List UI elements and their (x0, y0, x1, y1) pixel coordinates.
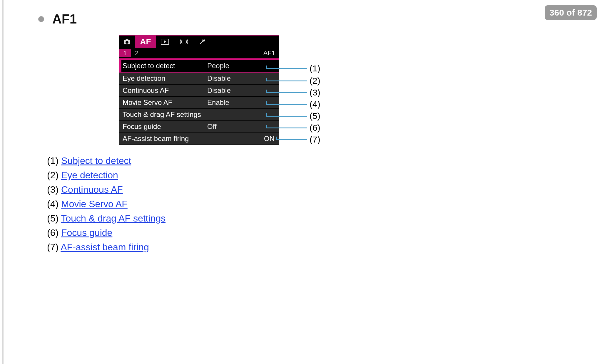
left-margin-rule (2, 0, 4, 364)
menu-label: Movie Servo AF (123, 98, 207, 107)
link-movie-servo-af[interactable]: Movie Servo AF (61, 199, 128, 209)
callout-5: (5) (310, 111, 320, 121)
playback-icon (156, 36, 174, 48)
list-num: (3) (47, 184, 58, 195)
list-item: (4) Movie Servo AF (47, 199, 602, 209)
link-subject-to-detect[interactable]: Subject to detect (61, 155, 131, 166)
document-page: 360 of 872 AF1 AF 1 (0, 0, 602, 364)
callout-7: (7) (310, 135, 320, 145)
menu-label: Continuous AF (123, 86, 207, 95)
menu-label: AF-assist beam firing (123, 135, 279, 143)
page-indicator-badge: 360 of 872 (545, 5, 597, 20)
list-num: (5) (47, 213, 58, 224)
menu-row-touch-drag-af: Touch & drag AF settings (119, 109, 279, 121)
reference-link-list: (1) Subject to detect (2) Eye detection … (47, 155, 602, 253)
menu-value: Disable (207, 74, 279, 83)
section-title-text: AF1 (52, 12, 77, 26)
menu-row-subject-to-detect: Subject to detect People (119, 59, 279, 73)
list-item: (5) Touch & drag AF settings (47, 213, 602, 224)
list-item: (2) Eye detection (47, 170, 602, 181)
lcd-sub-tabs: 1 2 AF1 (119, 48, 279, 59)
wrench-icon (194, 36, 211, 48)
list-item: (6) Focus guide (47, 227, 602, 238)
sub-tab-1: 1 (119, 49, 131, 57)
list-item: (1) Subject to detect (47, 155, 602, 166)
list-item: (7) AF-assist beam firing (47, 242, 602, 253)
list-item: (3) Continuous AF (47, 184, 602, 195)
menu-label: Focus guide (123, 123, 207, 131)
menu-label: Touch & drag AF settings (123, 110, 279, 119)
menu-value: Disable (207, 86, 279, 95)
link-af-assist-beam[interactable]: AF-assist beam firing (61, 242, 149, 252)
sub-tab-right-label: AF1 (263, 49, 275, 57)
list-num: (1) (47, 155, 58, 166)
link-continuous-af[interactable]: Continuous AF (61, 184, 123, 195)
camera-lcd: AF 1 2 AF1 Subject to detect Peo (119, 35, 279, 145)
menu-row-af-assist-beam: AF-assist beam firing ON (119, 133, 279, 145)
callout-1: (1) (310, 63, 320, 73)
af-tab: AF (135, 36, 156, 48)
lcd-menu-list: Subject to detect People Eye detection D… (119, 59, 279, 145)
callout-2: (2) (310, 76, 320, 86)
menu-label: Subject to detect (123, 62, 207, 70)
list-num: (7) (47, 242, 58, 252)
bullet-icon (38, 16, 44, 22)
menu-label: Eye detection (123, 74, 207, 83)
link-touch-drag-af[interactable]: Touch & drag AF settings (61, 213, 165, 224)
callout-3: (3) (310, 88, 320, 98)
sub-tab-2: 2 (131, 49, 143, 57)
section-heading: AF1 (38, 12, 602, 26)
menu-value: Off (207, 123, 279, 131)
list-num: (6) (47, 227, 58, 238)
callout-6: (6) (310, 123, 320, 133)
link-eye-detection[interactable]: Eye detection (61, 170, 118, 180)
camera-icon (119, 36, 135, 48)
menu-row-continuous-af: Continuous AF Disable (119, 85, 279, 97)
menu-value: People (207, 62, 279, 70)
menu-row-eye-detection: Eye detection Disable (119, 73, 279, 85)
camera-menu-figure: AF 1 2 AF1 Subject to detect Peo (119, 35, 342, 145)
list-num: (2) (47, 170, 58, 180)
lcd-top-tabs: AF (119, 35, 279, 48)
wireless-icon (174, 36, 194, 48)
menu-value: ON (264, 135, 275, 143)
menu-row-focus-guide: Focus guide Off (119, 121, 279, 133)
menu-row-movie-servo-af: Movie Servo AF Enable (119, 97, 279, 109)
list-num: (4) (47, 199, 58, 209)
callout-4: (4) (310, 99, 320, 109)
menu-value: Enable (207, 98, 279, 107)
link-focus-guide[interactable]: Focus guide (61, 227, 112, 238)
